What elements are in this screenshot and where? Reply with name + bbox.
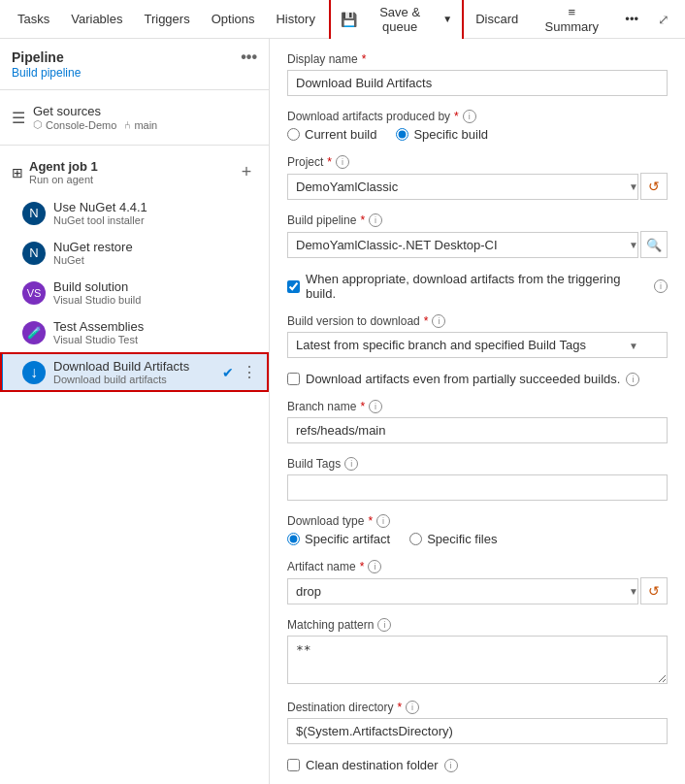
build-pipeline-select[interactable]: DemoYamlClassic-.NET Desktop-CI [287, 232, 638, 258]
get-sources-item[interactable]: ☰ Get sources ⬡ Console-Demo ⑃ main [0, 96, 269, 139]
get-sources-text: Get sources ⬡ Console-Demo ⑃ main [33, 104, 257, 131]
partial-checkbox-input[interactable] [287, 373, 300, 385]
matching-pattern-info[interactable]: i [377, 618, 391, 632]
more-button[interactable]: ••• [615, 7, 648, 31]
summary-icon: ≡ [569, 5, 576, 19]
task-text-nuget2: NuGet restore NuGet [53, 240, 257, 266]
task-more-button[interactable]: ⋮ [242, 363, 257, 381]
radio-specific-build-input[interactable] [396, 128, 408, 141]
pipeline-subtitle[interactable]: Build pipeline [12, 66, 257, 80]
project-refresh-button[interactable]: ↺ [640, 173, 668, 200]
download-type-group: Download type * i Specific artifact Spec… [287, 514, 668, 546]
artifact-name-select[interactable]: drop [287, 578, 638, 604]
destination-dir-info[interactable]: i [406, 701, 419, 714]
download-type-required: * [368, 514, 373, 528]
radio-current-build-input[interactable] [287, 128, 300, 141]
build-version-info[interactable]: i [432, 314, 445, 328]
display-name-input[interactable] [287, 70, 668, 96]
partial-info[interactable]: i [626, 373, 639, 386]
build-tags-label: Build Tags i [287, 457, 668, 471]
get-sources-icon: ☰ [12, 109, 25, 127]
task-build-solution[interactable]: VS Build solution Visual Studio build [0, 273, 269, 312]
clean-dest-info[interactable]: i [444, 759, 458, 772]
triggering-checkbox-text: When appropriate, download artifacts fro… [306, 272, 648, 301]
nav-history[interactable]: History [266, 6, 324, 32]
artifact-name-select-wrapper: drop ▼ ↺ [287, 577, 668, 604]
radio-specific-artifact-input[interactable] [287, 533, 300, 545]
agent-job-left: ⊞ Agent job 1 Run on agent [12, 159, 98, 185]
radio-current-build-label: Current build [305, 127, 376, 142]
save-queue-button[interactable]: 💾 Save & queue ▼ [329, 0, 464, 41]
triggering-checkbox-label[interactable]: When appropriate, download artifacts fro… [287, 272, 668, 301]
nav-variables[interactable]: Variables [61, 6, 132, 32]
radio-specific-build[interactable]: Specific build [396, 127, 488, 142]
task-name-download: Download Build Artifacts [53, 359, 214, 374]
task-icon-nuget1: N [22, 202, 46, 225]
destination-dir-group: Destination directory * i [287, 701, 668, 744]
pipeline-header: Pipeline ••• Build pipeline [0, 39, 269, 83]
destination-dir-required: * [397, 701, 402, 714]
radio-specific-artifact[interactable]: Specific artifact [287, 532, 390, 546]
branch-name-info[interactable]: i [369, 400, 382, 413]
divider-2 [0, 145, 269, 146]
agent-job-icon: ⊞ [12, 165, 23, 180]
project-info[interactable]: i [336, 155, 349, 169]
artifact-name-refresh-button[interactable]: ↺ [640, 577, 668, 604]
task-icon-nuget2: N [22, 242, 46, 265]
git-icon: ⬡ [33, 118, 43, 131]
project-select[interactable]: DemoYamlClassic [287, 174, 638, 200]
nav-tasks[interactable]: Tasks [8, 6, 59, 32]
branch-name-input[interactable] [287, 417, 668, 443]
triggering-info[interactable]: i [654, 279, 668, 293]
artifacts-produced-required: * [454, 110, 459, 123]
artifacts-produced-info[interactable]: i [463, 110, 476, 123]
branch-name-group: Branch name * i [287, 400, 668, 443]
matching-pattern-textarea[interactable]: ** [287, 636, 668, 684]
clean-dest-checkbox-input[interactable] [287, 759, 300, 771]
radio-specific-files-label: Specific files [427, 532, 497, 546]
build-tags-info[interactable]: i [344, 457, 358, 471]
build-pipeline-search-button[interactable]: 🔍 [640, 231, 668, 258]
nav-options[interactable]: Options [202, 6, 265, 32]
get-sources-title: Get sources [33, 104, 257, 118]
artifact-name-group: Artifact name * i drop ▼ ↺ [287, 560, 668, 604]
download-type-info[interactable]: i [376, 514, 390, 528]
build-tags-input[interactable] [287, 474, 668, 501]
add-task-button[interactable]: + [236, 162, 257, 183]
task-name-nuget1: Use NuGet 4.4.1 [53, 200, 257, 214]
partial-checkbox-label[interactable]: Download artifacts even from partially s… [287, 372, 668, 386]
task-name-test: Test Assemblies [53, 319, 257, 334]
divider-1 [0, 89, 269, 90]
get-sources-repo: ⬡ Console-Demo [33, 118, 116, 131]
build-tags-group: Build Tags i [287, 457, 668, 501]
task-nuget-restore[interactable]: N NuGet restore NuGet [0, 233, 269, 273]
build-version-select[interactable]: Latest from specific branch and specifie… [287, 332, 668, 358]
artifact-name-info[interactable]: i [368, 560, 381, 573]
branch-name-required: * [360, 400, 365, 413]
task-text-build: Build solution Visual Studio build [53, 279, 257, 306]
task-nuget-installer[interactable]: N Use NuGet 4.4.1 NuGet tool installer [0, 193, 269, 233]
agent-job-text: Agent job 1 Run on agent [29, 159, 98, 185]
project-label: Project * i [287, 155, 668, 169]
right-panel: Display name * Download artifacts produc… [270, 39, 685, 784]
task-download-artifacts[interactable]: ↓ Download Build Artifacts Download buil… [0, 352, 269, 392]
destination-dir-input[interactable] [287, 718, 668, 744]
pipeline-more-button[interactable]: ••• [241, 49, 257, 66]
radio-specific-files[interactable]: Specific files [409, 532, 497, 546]
build-version-label: Build version to download * i [287, 314, 668, 328]
pipeline-title-text: Pipeline [12, 49, 64, 65]
build-pipeline-info[interactable]: i [369, 213, 382, 227]
radio-current-build[interactable]: Current build [287, 127, 376, 142]
discard-button[interactable]: Discard [466, 7, 528, 31]
clean-dest-text: Clean destination folder [306, 758, 439, 772]
radio-specific-files-input[interactable] [409, 533, 422, 545]
clean-dest-label[interactable]: Clean destination folder i [287, 758, 668, 772]
branch-icon: ⑃ [124, 119, 131, 131]
build-pipeline-select-wrapper: DemoYamlClassic-.NET Desktop-CI ▼ 🔍 [287, 231, 668, 258]
triggering-checkbox-input[interactable] [287, 280, 300, 293]
task-test-assemblies[interactable]: 🧪 Test Assemblies Visual Studio Test [0, 312, 269, 352]
expand-button[interactable]: ⤢ [650, 7, 677, 32]
nav-triggers[interactable]: Triggers [134, 6, 199, 32]
project-select-wrapper: DemoYamlClassic ▼ ↺ [287, 173, 668, 200]
summary-button[interactable]: ≡ Summary [530, 0, 613, 39]
